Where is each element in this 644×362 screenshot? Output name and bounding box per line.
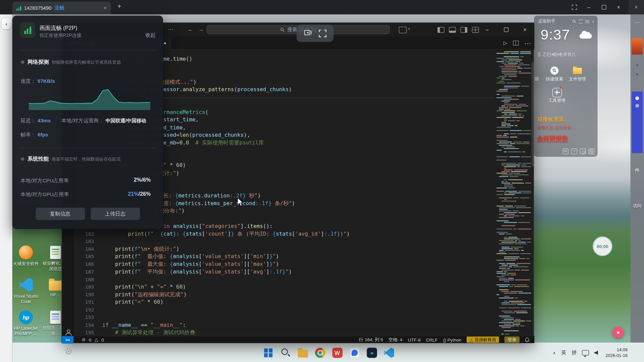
menu-overflow-icon[interactable]: ⋯ bbox=[168, 26, 173, 32]
eol-sequence[interactable]: CRLF bbox=[426, 337, 438, 342]
code-line[interactable]: print(f"\n• 值统计:") bbox=[102, 245, 494, 253]
bell-icon[interactable] bbox=[525, 337, 529, 342]
vscode-close-button[interactable]: × bbox=[516, 23, 534, 37]
tray-clock[interactable]: 14:09 2026-01-16 bbox=[605, 347, 628, 358]
chevron-down-icon[interactable]: ∨ bbox=[631, 63, 644, 67]
fullscreen-button[interactable] bbox=[567, 0, 582, 14]
remote-indicator[interactable]: >< bbox=[62, 336, 73, 343]
collapse-up-icon[interactable]: ∧ bbox=[592, 19, 594, 23]
shortcut-link[interactable]: 金砖研报告 bbox=[537, 135, 568, 142]
timer-widget[interactable]: 00:00 bbox=[593, 236, 612, 256]
collapse-sidebar-button[interactable]: ‹ bbox=[2, 18, 11, 29]
edge-orange-widget[interactable] bbox=[632, 38, 643, 55]
editor-scrollbar[interactable] bbox=[531, 62, 534, 167]
code-line[interactable]: print("远程编辑测试完成") bbox=[102, 291, 494, 299]
edge-blue-widget[interactable] bbox=[632, 92, 643, 153]
taskbar-wps[interactable]: W bbox=[329, 343, 346, 362]
volume-tray-icon[interactable] bbox=[594, 350, 600, 355]
menu-icon[interactable] bbox=[585, 20, 589, 21]
code-line[interactable]: print(f" 最大值: {analysis['value_stats']['… bbox=[102, 260, 494, 268]
maximize-button[interactable] bbox=[596, 0, 611, 14]
latency-label: 延迟： bbox=[20, 117, 36, 124]
display-tray-icon[interactable] bbox=[582, 350, 589, 355]
toggle-sidebar-icon[interactable] bbox=[437, 27, 444, 33]
toggle-secondary-sidebar-icon[interactable] bbox=[461, 27, 468, 33]
toggle-panel-icon[interactable] bbox=[449, 27, 456, 33]
tab-close-icon[interactable]: × bbox=[104, 5, 107, 11]
taskbar-wecom[interactable] bbox=[346, 343, 363, 362]
file-manager-icon[interactable] bbox=[573, 68, 582, 74]
vscode-maximize-button[interactable] bbox=[496, 23, 515, 37]
floating-ball[interactable]: ♥ bbox=[612, 327, 624, 338]
share-icon[interactable] bbox=[571, 148, 577, 154]
desktop-icon-vscode[interactable]: Visual Studio Code bbox=[12, 278, 40, 304]
file-manager-label[interactable]: 文件管理 bbox=[565, 76, 590, 82]
select-interpreter-button[interactable]: △ 选择解释器 bbox=[467, 337, 499, 343]
screen-control-icon[interactable] bbox=[304, 29, 313, 37]
code-line[interactable]: print(f" 平均值: {analysis['value_stats']['… bbox=[102, 268, 494, 276]
close-button[interactable]: × bbox=[611, 0, 626, 14]
quick-search-label[interactable]: 快捷搜索 bbox=[542, 76, 567, 82]
taskbar-remote-tool[interactable]: ◂▸ bbox=[363, 343, 380, 362]
history-forward-icon[interactable]: → bbox=[198, 26, 204, 32]
taskbar-search[interactable] bbox=[277, 343, 294, 362]
layers-icon[interactable] bbox=[579, 19, 583, 23]
wps-icon: W bbox=[332, 348, 342, 358]
upload-log-button[interactable]: 上传日志 bbox=[91, 208, 140, 220]
quick-search-icon[interactable] bbox=[550, 66, 558, 74]
problems-indicator[interactable]: ⊘ 0 △ 0 bbox=[82, 337, 104, 342]
desktop-icon-huorong[interactable]: 火绒安全软件 bbox=[12, 245, 40, 266]
code-line[interactable]: print(f" {cat}: {stats['count']} 条 (平均ID… bbox=[102, 230, 494, 238]
code-line[interactable] bbox=[102, 314, 494, 321]
login-button[interactable]: 登录 bbox=[504, 337, 520, 343]
gear-icon[interactable] bbox=[64, 347, 72, 357]
ime-lang-pinyin[interactable]: 拼 bbox=[572, 349, 577, 356]
taskbar-chrome[interactable] bbox=[311, 343, 328, 362]
chevron-down-icon[interactable]: ∨ bbox=[631, 72, 644, 76]
code-line[interactable]: print("=" * 60) bbox=[102, 298, 494, 306]
minimap-canvas[interactable] bbox=[495, 50, 531, 336]
split-editor-icon[interactable] bbox=[513, 41, 519, 46]
chrome-icon bbox=[315, 348, 325, 358]
collapse-panel-button[interactable]: 收起 bbox=[145, 32, 156, 39]
taskbar-vscode[interactable] bbox=[380, 343, 397, 362]
notes-icon[interactable] bbox=[563, 148, 569, 154]
history-back-icon[interactable]: ← bbox=[188, 26, 193, 32]
code-line[interactable]: print("\n" + "=" * 60) bbox=[102, 283, 494, 291]
tool-manager-label[interactable]: 工具管理 bbox=[545, 98, 569, 103]
desktop-icon-hp-printer[interactable]: hpHP LaserJet Pro MFP … bbox=[12, 310, 40, 336]
edge-more-icon[interactable]: ⋯ bbox=[631, 19, 644, 25]
editor-more-icon[interactable]: ⋯ bbox=[525, 39, 531, 47]
code-token: 'count' bbox=[205, 231, 228, 237]
encoding[interactable]: UTF-8 bbox=[408, 337, 421, 342]
new-tab-button[interactable]: + bbox=[117, 3, 121, 10]
code-line[interactable]: if __name__ == "__main__": bbox=[102, 321, 494, 329]
minimize-button[interactable]: – bbox=[582, 0, 596, 14]
gpu-remote-value: /26% bbox=[139, 191, 151, 197]
code-line[interactable]: print(f" 最小值: {analysis['value_stats']['… bbox=[102, 253, 494, 260]
run-button[interactable]: ▷ bbox=[503, 40, 507, 46]
language-mode[interactable]: {} Python bbox=[443, 337, 462, 342]
add-tool-icon[interactable] bbox=[552, 88, 562, 97]
taskbar-explorer[interactable] bbox=[294, 343, 311, 362]
grid-icon[interactable] bbox=[589, 148, 594, 154]
ime-lang-en[interactable]: 英 bbox=[561, 349, 566, 356]
shortcut-link[interactable]: 收餐汇总·总结业务… bbox=[537, 125, 576, 130]
code-line[interactable]: # 测试异常处理 - 测试代码折叠 bbox=[102, 329, 494, 336]
indentation[interactable]: 空格: 4 bbox=[388, 337, 402, 343]
search-icon[interactable] bbox=[572, 19, 576, 23]
shortcut-link[interactable]: 箱接收淮滨… bbox=[537, 116, 570, 123]
taskbar-start[interactable] bbox=[260, 343, 277, 362]
cursor-position[interactable]: 行 164, 列 5 bbox=[359, 337, 383, 343]
secondary-close-icon[interactable]: × bbox=[628, 0, 644, 14]
session-tab[interactable]: 1428375490 流畅 × bbox=[12, 2, 111, 14]
code-line[interactable] bbox=[102, 276, 494, 283]
code-line[interactable] bbox=[102, 238, 494, 245]
profile-layout-icon[interactable] bbox=[399, 27, 407, 34]
capture-icon[interactable] bbox=[580, 148, 586, 154]
copy-info-button[interactable]: 复制信息 bbox=[36, 208, 85, 220]
tray-expand-icon[interactable]: ∧ bbox=[553, 351, 556, 355]
fullscreen-icon[interactable] bbox=[319, 29, 326, 37]
code-line[interactable] bbox=[102, 306, 494, 314]
vscode-minimize-button[interactable]: – bbox=[478, 23, 496, 37]
